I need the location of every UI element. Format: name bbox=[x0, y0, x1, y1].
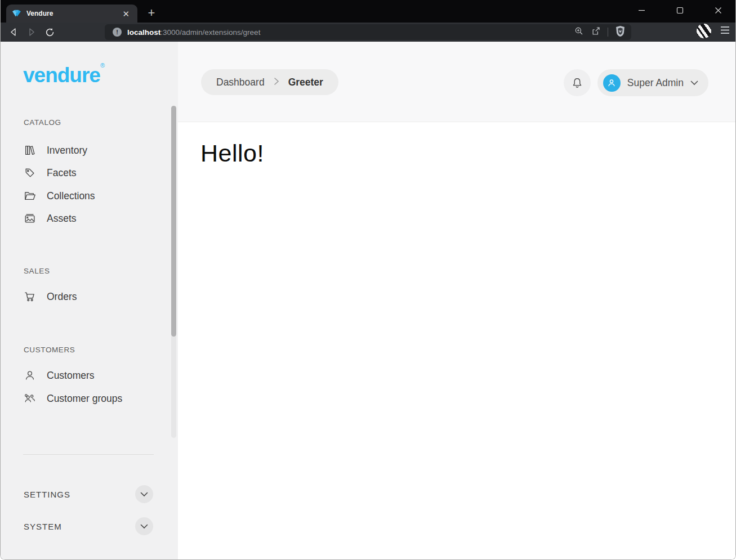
library-icon bbox=[24, 144, 36, 156]
page-content: Hello! bbox=[178, 123, 736, 560]
sidebar-item-customers[interactable]: Customers bbox=[24, 368, 95, 383]
chevron-down-icon[interactable] bbox=[135, 485, 153, 503]
share-icon[interactable] bbox=[591, 26, 601, 38]
user-icon bbox=[24, 369, 36, 382]
page-header: Dashboard Greeter bbox=[178, 42, 736, 122]
collapse-label: SETTINGS bbox=[24, 490, 70, 499]
sidebar-section-system[interactable]: SYSTEM bbox=[1, 513, 178, 540]
sidebar-item-collections[interactable]: Collections bbox=[24, 189, 95, 203]
sidebar-item-label: Assets bbox=[47, 213, 77, 225]
sidebar-item-label: Orders bbox=[47, 291, 77, 303]
sidebar-scrollbar[interactable] bbox=[171, 106, 176, 438]
user-name: Super Admin bbox=[627, 77, 684, 89]
user-avatar-icon bbox=[603, 74, 621, 92]
tag-icon bbox=[24, 167, 36, 179]
sidebar-item-customer-groups[interactable]: Customer groups bbox=[24, 391, 122, 406]
registered-mark: ® bbox=[100, 62, 105, 69]
breadcrumb-dashboard[interactable]: Dashboard bbox=[216, 77, 265, 88]
notifications-button[interactable] bbox=[564, 69, 591, 96]
vendure-logo[interactable]: vendure® bbox=[23, 62, 105, 87]
section-label-sales: SALES bbox=[24, 267, 50, 275]
window-controls bbox=[628, 0, 731, 20]
profile-avatar-icon[interactable] bbox=[697, 24, 711, 38]
image-icon bbox=[24, 212, 36, 225]
minimize-icon[interactable] bbox=[628, 2, 654, 19]
back-icon[interactable] bbox=[5, 24, 22, 40]
breadcrumb-greeter: Greeter bbox=[288, 77, 323, 88]
users-icon bbox=[24, 392, 36, 405]
section-label-customers: CUSTOMERS bbox=[24, 346, 75, 354]
sidebar-item-facets[interactable]: Facets bbox=[24, 165, 77, 180]
forward-icon[interactable] bbox=[23, 24, 40, 40]
user-menu[interactable]: Super Admin bbox=[597, 69, 708, 96]
chevron-right-icon bbox=[274, 77, 279, 88]
sidebar-item-inventory[interactable]: Inventory bbox=[24, 143, 87, 158]
sidebar-scrollbar-thumb[interactable] bbox=[171, 106, 176, 337]
chevron-down-icon[interactable] bbox=[135, 517, 153, 535]
sidebar-item-label: Facets bbox=[47, 167, 77, 179]
bell-icon bbox=[571, 77, 583, 89]
sidebar-item-label: Customer groups bbox=[47, 393, 122, 405]
sidebar-item-assets[interactable]: Assets bbox=[24, 211, 77, 226]
section-label-catalog: CATALOG bbox=[24, 118, 61, 127]
sidebar-divider bbox=[23, 454, 154, 455]
sidebar-item-label: Inventory bbox=[47, 145, 87, 156]
vendure-logo-icon bbox=[12, 10, 21, 18]
menu-icon[interactable] bbox=[720, 26, 730, 37]
url-host: localhost bbox=[127, 28, 160, 37]
chevron-down-icon bbox=[690, 78, 698, 88]
collapse-label: SYSTEM bbox=[24, 522, 62, 531]
sidebar-item-label: Collections bbox=[47, 190, 95, 202]
vendure-admin-app: vendure® CATALOG Inventory bbox=[1, 42, 736, 560]
breadcrumb: Dashboard Greeter bbox=[201, 69, 338, 95]
sidebar: vendure® CATALOG Inventory bbox=[1, 42, 178, 560]
browser-tab[interactable]: Vendure ✕ bbox=[6, 5, 137, 23]
tab-close-icon[interactable]: ✕ bbox=[120, 8, 132, 19]
site-info-icon[interactable]: ! bbox=[113, 28, 122, 37]
address-bar-divider bbox=[608, 28, 608, 37]
cart-icon bbox=[24, 290, 36, 303]
tab-title: Vendure bbox=[26, 10, 120, 17]
sidebar-section-settings[interactable]: SETTINGS bbox=[1, 481, 178, 508]
sidebar-item-orders[interactable]: Orders bbox=[24, 289, 77, 304]
close-icon[interactable] bbox=[705, 2, 731, 19]
reload-icon[interactable] bbox=[41, 24, 58, 40]
main-area: Dashboard Greeter bbox=[178, 42, 736, 560]
url-text[interactable]: localhost:3000/admin/extensions/greet bbox=[127, 28, 260, 37]
new-tab-button[interactable]: + bbox=[144, 5, 159, 21]
sidebar-item-label: Customers bbox=[47, 370, 95, 382]
browser-window: Vendure ✕ + bbox=[0, 0, 736, 560]
brave-shield-icon[interactable] bbox=[615, 25, 626, 39]
url-path: :3000/admin/extensions/greet bbox=[160, 28, 260, 37]
maximize-icon[interactable] bbox=[667, 2, 693, 19]
zoom-icon[interactable] bbox=[574, 26, 584, 38]
tab-strip: Vendure ✕ + bbox=[1, 0, 735, 23]
address-bar[interactable]: ! localhost:3000/admin/extensions/greet bbox=[105, 24, 631, 40]
greeting-heading: Hello! bbox=[200, 140, 736, 167]
folder-icon bbox=[24, 190, 36, 202]
